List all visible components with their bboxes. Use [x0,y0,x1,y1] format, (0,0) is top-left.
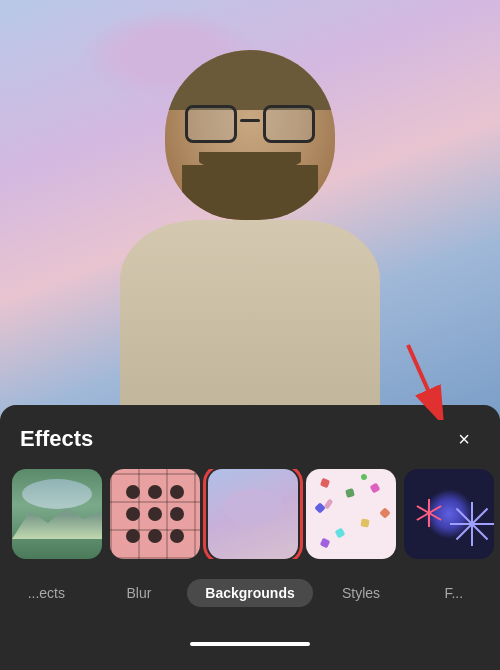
close-button[interactable]: × [448,423,480,455]
tab-more[interactable]: F... [407,579,500,607]
svg-line-1 [408,345,436,408]
thumb-pink-grid[interactable] [110,469,200,559]
panel-title: Effects [20,426,93,452]
thumb-mountains[interactable] [12,469,102,559]
tab-effects[interactable]: ...ects [0,579,93,607]
thumb-confetti[interactable] [306,469,396,559]
tabs-row: ...ects Blur Backgrounds Styles F... [0,559,500,621]
thumbnail-row [0,469,500,559]
tab-blur[interactable]: Blur [93,579,186,607]
person-silhouette [90,40,410,420]
thumb-sky-clouds[interactable] [208,469,298,559]
red-arrow [388,340,448,424]
home-indicator [190,642,310,646]
tab-styles[interactable]: Styles [315,579,408,607]
tab-backgrounds[interactable]: Backgrounds [185,573,314,613]
person-head [165,50,335,220]
effects-panel: Effects × [0,405,500,670]
glasses [185,105,315,145]
thumb-fireworks[interactable] [404,469,494,559]
